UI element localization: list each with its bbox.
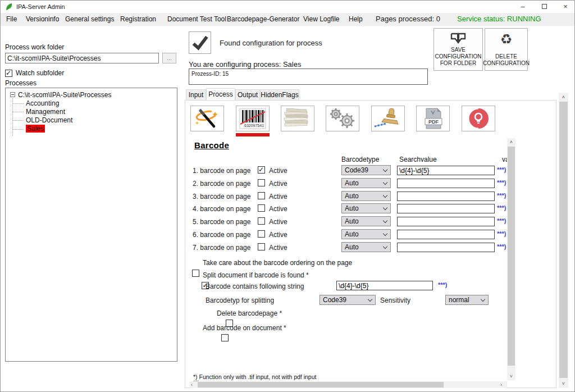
horizontal-scrollbar[interactable]: ‹ › bbox=[190, 381, 507, 388]
tree-expander-icon[interactable] bbox=[10, 92, 15, 97]
menu-general-settings[interactable]: General settings bbox=[65, 15, 114, 23]
scroll-down-arrow[interactable]: ˅ bbox=[559, 381, 568, 386]
tab-output[interactable]: Output bbox=[235, 89, 260, 100]
barcode-search-input[interactable] bbox=[397, 192, 495, 201]
scrollbar-thumb[interactable] bbox=[508, 147, 515, 366]
process-id-box[interactable]: Prozess-ID: 15 bbox=[189, 69, 428, 85]
barcode-icon[interactable]: 632097541 bbox=[236, 106, 270, 131]
dropdown-value: Code39 bbox=[345, 166, 368, 174]
barcode-row: 5. barcode on page Active Auto ***) bbox=[1, 216, 575, 229]
wand-icon[interactable] bbox=[190, 106, 224, 131]
tree-item-old-document[interactable]: OLD-Document bbox=[26, 116, 72, 124]
menu-view-logfile[interactable]: View Logfile bbox=[303, 15, 340, 23]
config-status-text: Found configuration for process bbox=[220, 39, 322, 47]
tree-item-sales[interactable]: Sales bbox=[26, 125, 45, 133]
barcode-search-input[interactable] bbox=[397, 243, 495, 252]
barcode-type-dropdown[interactable]: Auto bbox=[341, 242, 391, 252]
delete-configuration-button[interactable]: ♻ DELETE CONFIGURATION bbox=[485, 28, 528, 71]
outer-vertical-scrollbar[interactable]: ˄ ˅ bbox=[559, 93, 568, 388]
barcode-row: 6. barcode on page Active Auto ***) bbox=[1, 229, 575, 241]
maximize-button[interactable] bbox=[536, 2, 553, 12]
title-bar: IPA-Server Admin – × bbox=[1, 1, 575, 13]
menu-barcodepage-generator[interactable]: Barcodepage-Generator bbox=[227, 15, 299, 23]
add-barcode-label: Add barcode on document * bbox=[203, 324, 286, 332]
ordering-label: Take care about the barcode ordering on … bbox=[203, 259, 352, 267]
barcode-active-checkbox[interactable] bbox=[258, 192, 265, 199]
barcode-active-checkbox[interactable] bbox=[258, 204, 265, 212]
tree-guide-stub bbox=[12, 120, 24, 121]
dropdown-value: normal bbox=[449, 296, 469, 304]
footnote-marker: ***) bbox=[497, 217, 506, 224]
menu-registration[interactable]: Registration bbox=[120, 15, 156, 23]
footnote-marker: ***) bbox=[497, 192, 506, 199]
menu-document-test-tool[interactable]: Document Test Tool bbox=[167, 15, 226, 23]
scroll-right-arrow[interactable]: › bbox=[500, 381, 502, 388]
save-button-line: CONFIGURATION bbox=[435, 53, 481, 60]
splitting-type-dropdown[interactable]: Code39 bbox=[320, 295, 376, 305]
barcode-active-checkbox[interactable] bbox=[258, 217, 265, 225]
scrollbar-thumb[interactable] bbox=[559, 102, 568, 378]
barcode-active-checkbox[interactable] bbox=[258, 230, 265, 238]
pdf-icon[interactable]: PDF bbox=[416, 106, 450, 131]
menu-help[interactable]: Help bbox=[349, 15, 363, 23]
barcode-search-input[interactable] bbox=[397, 179, 495, 188]
scroll-up-arrow[interactable]: ˄ bbox=[507, 139, 515, 145]
dropdown-value: Code39 bbox=[323, 296, 346, 304]
tree-item-management[interactable]: Management bbox=[26, 108, 65, 116]
gears-icon[interactable] bbox=[326, 106, 359, 131]
maximize-icon bbox=[542, 4, 547, 9]
footnote-marker: ***) bbox=[497, 204, 506, 211]
config-status-frame bbox=[189, 31, 211, 54]
inner-vertical-scrollbar[interactable]: ˄ ˅ bbox=[507, 138, 515, 380]
barcode-type-dropdown[interactable]: Code39 bbox=[341, 165, 391, 175]
menu-versioninfo[interactable]: Versioninfo bbox=[26, 15, 59, 23]
chevron-down-icon bbox=[481, 297, 485, 302]
close-button[interactable]: × bbox=[557, 2, 574, 12]
save-button-line: FOR FOLDER bbox=[435, 60, 481, 67]
stamp-icon[interactable]: ■▪■▪■▪■ bbox=[371, 106, 405, 131]
barcode-type-dropdown[interactable]: Auto bbox=[341, 191, 391, 201]
scroll-up-arrow[interactable]: ˄ bbox=[559, 94, 568, 100]
tree-guide-stub bbox=[12, 129, 24, 130]
barcode-search-input[interactable] bbox=[397, 217, 495, 226]
barcode-type-dropdown[interactable]: Auto bbox=[341, 216, 391, 226]
tree-item-accounting[interactable]: Accounting bbox=[26, 99, 59, 107]
barcode-search-input[interactable] bbox=[397, 230, 495, 239]
tab-input[interactable]: Input bbox=[186, 89, 206, 100]
paper-stack-icon[interactable] bbox=[281, 106, 314, 131]
barcode-row-label: 6. barcode on page bbox=[193, 231, 250, 239]
minimize-button[interactable]: – bbox=[514, 2, 531, 12]
dropdown-value: Auto bbox=[345, 192, 359, 200]
barcode-active-checkbox[interactable] bbox=[258, 243, 265, 250]
scroll-down-arrow[interactable]: ˅ bbox=[507, 373, 515, 379]
watch-subfolder-checkbox[interactable] bbox=[5, 70, 12, 77]
tab-hiddenflags[interactable]: HiddenFlags bbox=[260, 89, 299, 100]
save-configuration-button[interactable]: SAVE CONFIGURATION FOR FOLDER bbox=[433, 28, 483, 71]
delete-button-line: CONFIGURATION bbox=[483, 60, 530, 67]
bulb-icon[interactable] bbox=[462, 106, 495, 131]
barcode-search-input[interactable] bbox=[397, 166, 495, 175]
barcode-type-dropdown[interactable]: Auto bbox=[341, 203, 391, 213]
tab-process[interactable]: Process bbox=[206, 88, 235, 100]
barcode-search-input[interactable] bbox=[397, 204, 495, 213]
chevron-down-icon bbox=[383, 218, 387, 223]
footnote-marker: ***) bbox=[497, 166, 506, 173]
scrollbar-thumb[interactable] bbox=[198, 382, 444, 388]
work-folder-input[interactable] bbox=[5, 53, 159, 63]
column-header-searchvalue: Searchvalue bbox=[399, 156, 437, 163]
browse-button[interactable]: ... bbox=[162, 53, 176, 63]
menu-file[interactable]: File bbox=[6, 15, 17, 23]
barcode-type-dropdown[interactable]: Auto bbox=[341, 229, 391, 239]
add-barcode-checkbox[interactable] bbox=[221, 334, 229, 341]
contains-input[interactable] bbox=[336, 281, 433, 290]
tree-root[interactable]: C:\it-scom\IPA-Suite\Processes bbox=[18, 91, 112, 99]
barcode-row: 1. barcode on page Active Code39 ***) bbox=[1, 165, 575, 177]
save-button-line: SAVE bbox=[435, 47, 481, 53]
barcode-type-dropdown[interactable]: Auto bbox=[341, 178, 391, 188]
work-folder-label: Process work folder bbox=[5, 43, 64, 51]
barcode-active-checkbox[interactable] bbox=[258, 166, 265, 174]
barcode-active-checkbox[interactable] bbox=[258, 179, 265, 186]
ordering-checkbox[interactable] bbox=[192, 270, 199, 277]
sensitivity-dropdown[interactable]: normal bbox=[445, 295, 489, 305]
scroll-left-arrow[interactable]: ‹ bbox=[191, 381, 193, 388]
